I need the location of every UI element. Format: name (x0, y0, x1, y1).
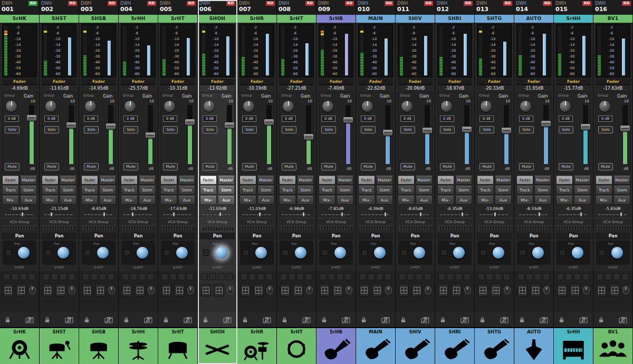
pan-side-button[interactable] (361, 250, 368, 256)
solo-button[interactable]: Solo (123, 126, 138, 133)
fader-button[interactable]: Fader (200, 176, 217, 185)
gain-knob[interactable] (85, 101, 96, 112)
stem-button[interactable]: Stem (455, 186, 472, 195)
pane-button[interactable] (135, 284, 145, 296)
lock-icon[interactable] (282, 317, 287, 323)
grid-button[interactable] (108, 273, 114, 280)
fader-button[interactable]: Fader (239, 176, 256, 185)
fader-handle[interactable] (502, 128, 511, 133)
vca-slider-handle[interactable] (131, 212, 134, 217)
grid-button[interactable] (464, 273, 471, 280)
grid-button[interactable] (534, 273, 541, 280)
stem-button[interactable]: Stem (534, 186, 551, 195)
fader-button[interactable]: Fader (121, 176, 138, 185)
solo-button[interactable]: Solo (559, 126, 573, 133)
mix-button[interactable]: Mix- (121, 196, 138, 205)
snapshot-camera-icon[interactable] (184, 317, 193, 323)
channel-name-bar[interactable]: SrHH (119, 15, 158, 23)
fader-rail[interactable] (306, 105, 311, 164)
pane-button[interactable] (3, 284, 13, 296)
grid-button[interactable] (486, 273, 493, 280)
aux-button[interactable]: Aux (534, 196, 551, 205)
lock-icon[interactable] (598, 317, 604, 323)
pan-knob[interactable] (255, 247, 267, 258)
lock-icon[interactable] (203, 317, 208, 323)
snapshot-camera-icon[interactable] (381, 317, 390, 323)
fader-handle[interactable] (185, 119, 195, 125)
pane-button[interactable] (174, 284, 184, 296)
vca-slider-handle[interactable] (103, 212, 106, 217)
grid-button[interactable] (574, 273, 581, 280)
track-button[interactable]: Track (279, 186, 296, 195)
grid-button[interactable] (289, 273, 295, 280)
channel-name-bar[interactable]: SHSB (79, 15, 118, 23)
grid-button[interactable] (399, 273, 406, 280)
pan-side-button[interactable] (599, 250, 605, 256)
master-button[interactable]: Master (99, 176, 116, 185)
pane-button[interactable] (491, 284, 501, 296)
mute-button[interactable]: Mute (519, 163, 534, 170)
pan-side-button[interactable] (84, 250, 91, 256)
dial-icon[interactable] (385, 286, 392, 294)
pane-button[interactable] (359, 284, 369, 296)
fader-button[interactable]: Fader (398, 176, 415, 185)
lock-icon[interactable] (400, 317, 406, 323)
fader-handle[interactable] (383, 130, 392, 136)
bottom-name-bar[interactable]: SrHR (237, 327, 276, 336)
grid-button[interactable] (178, 273, 185, 280)
grid-button[interactable] (337, 273, 343, 280)
mix-button[interactable]: Mix- (516, 196, 533, 205)
mix-button[interactable]: Mix- (556, 196, 573, 205)
grid-button[interactable] (226, 273, 233, 280)
solo-button[interactable]: Solo (5, 126, 20, 133)
vca-slider[interactable] (5, 212, 34, 217)
vca-slider-handle[interactable] (494, 212, 496, 217)
pan-knob[interactable] (493, 247, 504, 258)
mix-button[interactable]: Mix- (2, 196, 19, 205)
lock-icon[interactable] (479, 317, 485, 323)
snapshot-camera-icon[interactable] (104, 317, 113, 323)
dial-icon[interactable] (622, 286, 629, 294)
fader-handle[interactable] (106, 123, 116, 129)
snapshot-camera-icon[interactable] (342, 317, 351, 323)
vca-slider-handle[interactable] (538, 212, 541, 217)
fader-rail[interactable] (504, 105, 509, 164)
instrument-icon[interactable] (316, 336, 356, 364)
master-button[interactable]: Master (416, 176, 433, 185)
dial-icon[interactable] (266, 286, 273, 294)
bottom-name-bar[interactable]: SrHH (554, 327, 593, 336)
pan-side-button[interactable] (440, 250, 447, 256)
bottom-name-bar[interactable]: SHIV (396, 327, 435, 336)
mix-button[interactable]: Mix- (279, 196, 296, 205)
fader-rail[interactable] (543, 105, 549, 164)
pan-knob[interactable] (137, 247, 148, 258)
instrument-icon[interactable] (237, 336, 276, 364)
track-button[interactable]: Track (477, 186, 494, 195)
mute-button[interactable]: Mute (282, 163, 296, 170)
solo-button[interactable]: Solo (598, 126, 613, 133)
record-badge[interactable]: RD (147, 1, 156, 6)
fader-button[interactable]: Fader (556, 176, 573, 185)
instrument-icon[interactable] (79, 336, 118, 364)
master-button[interactable]: Master (20, 176, 37, 185)
channel-name-bar[interactable]: SHTG (475, 15, 514, 23)
lock-icon[interactable] (242, 317, 248, 323)
pane-button[interactable] (451, 284, 461, 296)
fader-rail[interactable] (464, 105, 469, 164)
fader-rail[interactable] (227, 105, 232, 164)
mute-button[interactable]: Mute (84, 163, 99, 170)
solo-button[interactable]: Solo (400, 126, 415, 133)
master-button[interactable]: Master (178, 176, 195, 185)
fader-rail[interactable] (425, 105, 430, 164)
grid-button[interactable] (495, 273, 502, 280)
grid-button[interactable] (139, 273, 146, 280)
vca-slider[interactable] (400, 212, 430, 217)
pan-knob[interactable] (18, 247, 30, 258)
dial-icon[interactable] (148, 286, 155, 294)
vca-slider[interactable] (242, 212, 272, 217)
pane-button[interactable] (478, 284, 488, 296)
pane-button[interactable] (161, 284, 171, 296)
bottom-name-bar[interactable]: SHST (40, 327, 79, 336)
bottom-name-bar[interactable]: SrHK (0, 327, 39, 336)
record-badge[interactable]: RD (305, 1, 314, 6)
